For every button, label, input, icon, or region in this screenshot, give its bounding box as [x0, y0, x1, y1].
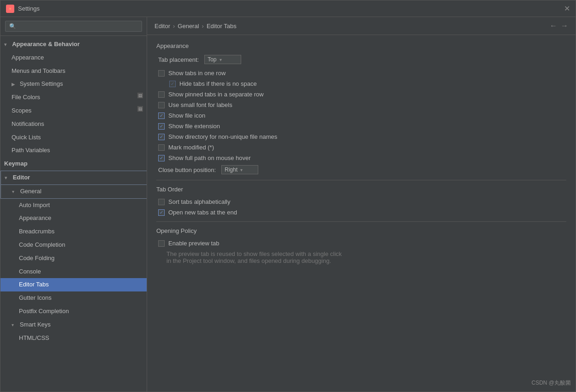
show-full-path-label: Show full path on mouse hover	[168, 154, 251, 161]
opening-policy-title: Opening Policy	[156, 227, 566, 234]
app-icon	[6, 5, 14, 13]
mark-modified-label: Mark modified (*)	[168, 144, 214, 151]
show-directory-label: Show directory for non-unique file names	[168, 133, 277, 140]
sidebar-item-code-completion[interactable]: Code Completion	[0, 238, 147, 252]
show-file-ext-label: Show file extension	[168, 123, 220, 130]
sidebar-item-general[interactable]: ▾ General	[0, 185, 147, 199]
sidebar-item-postfix-completion[interactable]: Postfix Completion	[0, 305, 147, 318]
preview-desc-text: The preview tab is reused to show files …	[166, 250, 342, 264]
close-btn-label: Close button position:	[158, 166, 216, 173]
sidebar-item-code-folding[interactable]: Code Folding	[0, 252, 147, 265]
sidebar-item-notifications[interactable]: Notifications	[0, 118, 147, 131]
chevron-down-icon-editor: ▾	[5, 174, 11, 182]
close-button[interactable]: ✕	[564, 5, 570, 12]
search-input[interactable]	[5, 21, 142, 32]
sidebar-item-html-css[interactable]: HTML/CSS	[0, 332, 147, 345]
sidebar-item-breadcrumbs[interactable]: Breadcrumbs	[0, 225, 147, 238]
open-new-tabs-label: Open new tabs at the end	[168, 209, 237, 216]
back-button[interactable]: ←	[550, 22, 557, 30]
sidebar-item-appearance-behavior[interactable]: ▾ Appearance & Behavior	[0, 38, 147, 51]
settings-tree: ▾ Appearance & Behavior Appearance Menus…	[0, 36, 147, 392]
show-file-ext-checkbox[interactable]	[158, 123, 165, 130]
enable-preview-label: Enable preview tab	[168, 240, 220, 247]
tab-placement-dropdown[interactable]: Top ▾	[204, 55, 241, 64]
breadcrumb-editor-tabs: Editor Tabs	[207, 23, 237, 30]
small-font-checkbox[interactable]	[158, 102, 165, 108]
sort-alpha-label: Sort tabs alphabetically	[168, 198, 230, 205]
sidebar-item-console[interactable]: Console	[0, 265, 147, 279]
window-controls: ✕	[564, 5, 570, 12]
breadcrumb: Editor › General › Editor Tabs	[154, 23, 237, 30]
small-font-label: Use small font for labels	[168, 101, 232, 108]
separator-1	[156, 180, 566, 180]
small-font-row: Use small font for labels	[156, 101, 566, 108]
show-full-path-checkbox[interactable]	[158, 155, 165, 161]
tab-order-section: Tab Order Sort tabs alphabetically Open …	[156, 186, 566, 216]
breadcrumb-editor: Editor	[154, 23, 170, 30]
hide-tabs-row: Hide tabs if there is no space	[156, 80, 566, 87]
breadcrumb-sep-2: ›	[202, 23, 204, 30]
tab-order-title: Tab Order	[156, 186, 566, 193]
sidebar-item-file-colors[interactable]: File Colors ▤	[0, 91, 147, 104]
tab-placement-label: Tab placement:	[158, 56, 199, 63]
hide-tabs-checkbox[interactable]	[169, 81, 176, 87]
breadcrumb-sep-1: ›	[173, 23, 175, 30]
sort-alpha-checkbox[interactable]	[158, 199, 165, 205]
sort-alpha-row: Sort tabs alphabetically	[156, 198, 566, 205]
show-file-icon-row: Show file icon	[156, 112, 566, 119]
breadcrumb-nav: ← →	[550, 22, 568, 30]
sidebar-item-appearance[interactable]: Appearance	[0, 51, 147, 65]
show-file-icon-checkbox[interactable]	[158, 113, 165, 119]
sidebar-item-auto-import[interactable]: Auto Import	[0, 199, 147, 212]
sidebar-item-editor[interactable]: ▾ Editor	[0, 171, 147, 185]
opening-policy-section: Opening Policy Enable preview tab The pr…	[156, 227, 566, 264]
show-file-icon-label: Show file icon	[168, 112, 205, 119]
enable-preview-row: Enable preview tab	[156, 240, 566, 247]
appearance-section-title: Appearance	[156, 42, 566, 49]
close-btn-row: Close button position: Right ▾	[156, 165, 566, 174]
search-area	[0, 17, 147, 36]
tab-placement-value: Top	[208, 56, 216, 63]
breadcrumb-bar: Editor › General › Editor Tabs ← →	[147, 17, 576, 35]
close-btn-dropdown[interactable]: Right ▾	[221, 165, 258, 174]
chevron-down-icon: ▾	[4, 41, 11, 48]
chevron-down-icon-general: ▾	[12, 188, 18, 196]
appearance-section: Appearance Tab placement: Top ▾ Show ta	[156, 42, 566, 174]
show-file-ext-row: Show file extension	[156, 123, 566, 130]
open-new-tabs-row: Open new tabs at the end 打开的新标签放置标签栏的最后	[156, 209, 566, 216]
preview-description: The preview tab is reused to show files …	[156, 250, 566, 264]
sidebar-item-path-variables[interactable]: Path Variables	[0, 144, 147, 157]
content-area: ▾ Appearance & Behavior Appearance Menus…	[0, 17, 576, 392]
chevron-down-icon-smart: ▾	[12, 321, 18, 329]
show-pinned-label: Show pinned tabs in a separate row	[168, 91, 264, 98]
window-title: Settings	[18, 5, 564, 12]
sidebar-item-smart-keys[interactable]: ▾ Smart Keys	[0, 318, 147, 332]
svg-point-1	[9, 8, 11, 10]
sidebar-item-quick-lists[interactable]: Quick Lists	[0, 131, 147, 144]
dropdown-arrow-icon: ▾	[220, 57, 222, 62]
sidebar-item-appearance-sub[interactable]: Appearance	[0, 212, 147, 225]
show-tabs-checkbox[interactable]	[158, 70, 165, 77]
titlebar: Settings ✕	[0, 0, 576, 17]
forward-button[interactable]: →	[561, 22, 568, 30]
badge-icon-scopes: ▤	[137, 106, 143, 112]
show-full-path-row: Show full path on mouse hover	[156, 154, 566, 161]
mark-modified-row: Mark modified (*)	[156, 144, 566, 151]
settings-content: Appearance Tab placement: Top ▾ Show ta	[147, 35, 576, 392]
show-tabs-label: Show tabs in one row	[168, 70, 226, 77]
badge-icon: ▤	[137, 93, 143, 98]
hide-tabs-label: Hide tabs if there is no space	[179, 80, 257, 87]
sidebar-item-system-settings[interactable]: ▶ System Settings	[0, 77, 147, 91]
sidebar-item-editor-tabs[interactable]: Editor Tabs	[0, 278, 147, 291]
enable-preview-checkbox[interactable]	[158, 240, 165, 247]
show-directory-checkbox[interactable]	[158, 134, 165, 140]
sidebar-item-gutter-icons[interactable]: Gutter Icons	[0, 291, 147, 305]
open-new-tabs-checkbox[interactable]	[158, 209, 165, 216]
sidebar-item-scopes[interactable]: Scopes ▤	[0, 104, 147, 118]
sidebar-item-keymap[interactable]: Keymap	[0, 157, 147, 171]
mark-modified-checkbox[interactable]	[158, 144, 165, 151]
show-pinned-checkbox[interactable]	[158, 91, 165, 98]
chevron-right-icon: ▶	[12, 81, 18, 88]
dropdown-arrow-icon-2: ▾	[240, 167, 243, 172]
sidebar-item-menus-toolbars[interactable]: Menus and Toolbars	[0, 65, 147, 78]
